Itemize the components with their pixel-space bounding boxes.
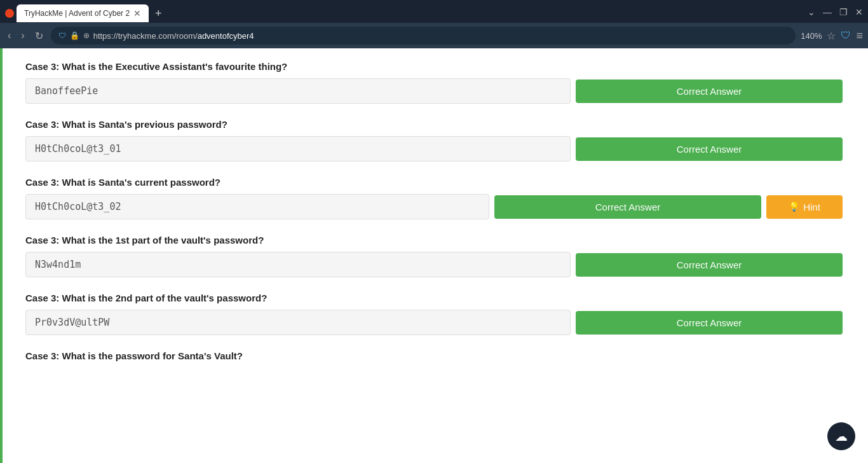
minimize-button[interactable]: — [823, 7, 832, 17]
tab-close-button[interactable]: ✕ [133, 8, 141, 18]
answer-row-2: Correct Answer [25, 136, 843, 162]
chat-widget[interactable]: ☁ [827, 422, 855, 450]
correct-answer-button-2[interactable]: Correct Answer [576, 137, 843, 161]
permissions-icon: ⊕ [83, 31, 90, 40]
question-label-2: Case 3: What is Santa's previous passwor… [25, 119, 843, 130]
forward-button[interactable]: › [18, 27, 27, 44]
tab-overflow-button[interactable]: ⌄ [808, 7, 815, 17]
url-domain: adventofcyber4 [198, 31, 254, 41]
answer-row-3: Correct Answer 💡 Hint [25, 194, 843, 219]
window-controls: ⌄ — ❐ ✕ [808, 7, 863, 20]
lightbulb-icon: 💡 [789, 202, 799, 212]
zoom-indicator: 140% [801, 31, 822, 41]
answer-row-5: Correct Answer [25, 310, 843, 335]
hint-button-3[interactable]: 💡 Hint [766, 195, 843, 219]
correct-answer-button-1[interactable]: Correct Answer [576, 79, 843, 103]
page-content: Case 3: What is the Executive Assistant'… [0, 48, 868, 463]
new-tab-button[interactable]: + [151, 7, 166, 20]
reload-button[interactable]: ↻ [32, 27, 46, 45]
close-button[interactable]: ✕ [855, 7, 863, 17]
question-block-3: Case 3: What is Santa's current password… [25, 177, 843, 219]
tab-bar: TryHackMe | Advent of Cyber 2 ✕ + ⌄ — ❐ … [0, 0, 868, 23]
url-prefix: https://tryhackme.com/room/ [93, 31, 198, 41]
correct-answer-button-4[interactable]: Correct Answer [576, 253, 843, 277]
bookmark-button[interactable]: ☆ [827, 30, 836, 42]
answer-row-1: Correct Answer [25, 78, 843, 104]
correct-answer-button-5[interactable]: Correct Answer [576, 311, 843, 335]
answer-input-2[interactable] [25, 136, 571, 162]
question-block-6: Case 3: What is the password for Santa's… [25, 350, 843, 361]
hint-label: Hint [803, 202, 820, 212]
chat-icon: ☁ [835, 429, 848, 444]
answer-input-4[interactable] [25, 252, 571, 277]
question-label-6: Case 3: What is the password for Santa's… [25, 350, 843, 361]
question-label-3: Case 3: What is Santa's current password… [25, 177, 843, 188]
question-label-5: Case 3: What is the 2nd part of the vaul… [25, 293, 843, 303]
maximize-button[interactable]: ❐ [839, 7, 848, 17]
answer-input-5[interactable] [25, 310, 571, 335]
nav-bar: ‹ › ↻ 🛡 🔒 ⊕ https://tryhackme.com/room/a… [0, 23, 868, 48]
back-button[interactable]: ‹ [5, 27, 13, 44]
lock-icon: 🔒 [70, 31, 79, 40]
answer-input-3[interactable] [25, 194, 489, 219]
active-tab[interactable]: TryHackMe | Advent of Cyber 2 ✕ [17, 4, 149, 22]
menu-button[interactable]: ≡ [856, 29, 863, 43]
question-block-2: Case 3: What is Santa's previous passwor… [25, 119, 843, 162]
question-label-1: Case 3: What is the Executive Assistant'… [25, 61, 843, 72]
browser-chrome: TryHackMe | Advent of Cyber 2 ✕ + ⌄ — ❐ … [0, 0, 868, 48]
protection-button[interactable]: 🛡 [841, 30, 851, 41]
question-block-4: Case 3: What is the 1st part of the vaul… [25, 235, 843, 277]
address-bar[interactable]: 🛡 🔒 ⊕ https://tryhackme.com/room/advento… [51, 27, 796, 45]
correct-answer-button-3[interactable]: Correct Answer [494, 195, 761, 219]
security-shield-icon: 🛡 [58, 31, 66, 40]
question-block-5: Case 3: What is the 2nd part of the vaul… [25, 293, 843, 335]
question-label-4: Case 3: What is the 1st part of the vaul… [25, 235, 843, 245]
tab-title: TryHackMe | Advent of Cyber 2 [24, 9, 130, 18]
answer-input-1[interactable] [25, 78, 571, 104]
tab-favicon [5, 9, 14, 18]
question-block-1: Case 3: What is the Executive Assistant'… [25, 61, 843, 104]
url-text: https://tryhackme.com/room/adventofcyber… [93, 31, 789, 41]
answer-row-4: Correct Answer [25, 252, 843, 277]
